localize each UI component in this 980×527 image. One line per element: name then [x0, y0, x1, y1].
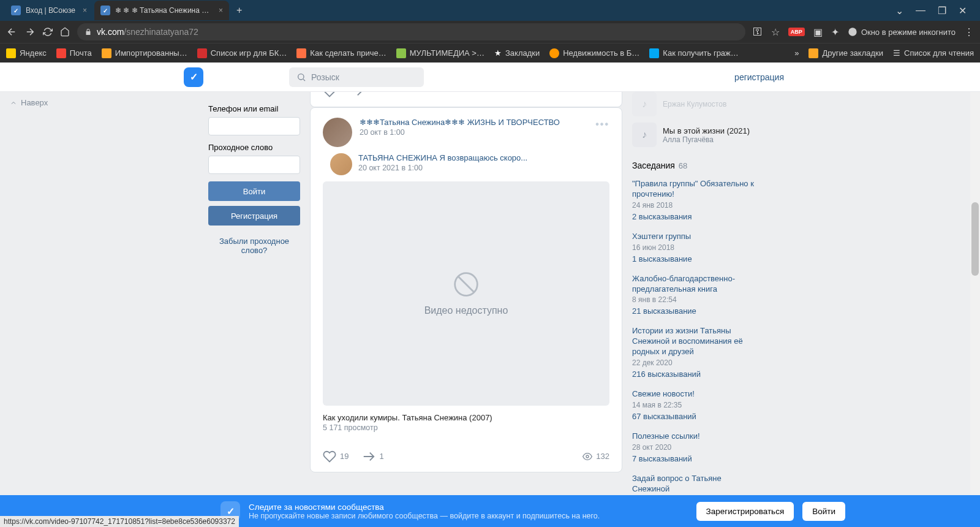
like-button[interactable]: 19 — [323, 450, 349, 463]
back-button[interactable] — [6, 26, 17, 37]
repost-author-link[interactable]: ТАТЬЯНА СНЕЖИНА Я возвращаюсь скоро... — [358, 153, 609, 162]
forward-button[interactable] — [24, 26, 36, 37]
nav-right: ⚿ ☆ ABP ▣ ✦ Окно в режиме инкогнито ⋮ — [753, 26, 974, 38]
discussion-link[interactable]: Истории из жизни Татьяны Снежиной и восп… — [632, 326, 755, 357]
scrollbar[interactable] — [970, 92, 980, 495]
discussion-link[interactable]: Свежие новости! — [632, 389, 755, 400]
menu-icon[interactable]: ⋮ — [964, 26, 974, 38]
discussion-link[interactable]: "Правила группы" Обязательно к прочтению… — [632, 179, 755, 200]
house-icon — [549, 48, 559, 58]
bookmark-item[interactable]: МУЛЬТИМЕДИА >… — [396, 48, 484, 58]
bookmark-item[interactable]: Список игр для БК… — [197, 48, 287, 58]
minimize-icon[interactable]: — — [916, 5, 925, 17]
heart-icon — [323, 450, 336, 463]
audio-item[interactable]: ♪ Ержан Кулумостов — [632, 92, 755, 116]
audio-cover-icon: ♪ — [632, 92, 657, 116]
star-icon: ★ — [494, 48, 502, 58]
discussion-replies[interactable]: 216 высказываний — [632, 370, 701, 379]
bookmark-item[interactable]: Импортированны… — [102, 48, 187, 58]
audio-cover-icon: ♪ — [632, 123, 657, 147]
close-icon[interactable]: × — [83, 6, 87, 15]
vk-logo-icon[interactable]: ✓ — [184, 67, 203, 87]
login-sidebar: Телефон или email Проходное слово Войти … — [208, 92, 300, 495]
register-button[interactable]: Регистрация — [208, 206, 300, 226]
avatar[interactable] — [330, 153, 352, 175]
discussion-date: 14 мая в 22:35 — [632, 401, 755, 409]
mail-icon — [56, 48, 66, 58]
login-input[interactable] — [208, 117, 300, 135]
games-icon — [197, 48, 207, 58]
bookmarks-overflow[interactable]: » — [794, 48, 799, 58]
view-count: 132 — [582, 452, 609, 461]
forgot-password-link[interactable]: Забыли проходное слово? — [208, 237, 300, 255]
bookmarks-bar: Яндекс Почта Импортированны… Список игр … — [0, 43, 980, 63]
discussion-date: 22 дек 2020 — [632, 358, 755, 367]
bookmark-item[interactable]: Яндекс — [6, 48, 47, 58]
share-button[interactable]: 1 — [362, 450, 383, 463]
share-icon — [362, 450, 375, 463]
bookmark-item[interactable]: Недвижимость в Б… — [549, 48, 639, 58]
discussion-item: Задай вопрос о Татьяне Снежиной — [632, 474, 755, 495]
bookmark-item[interactable]: Почта — [56, 48, 92, 58]
url-bar[interactable]: vk.com/snezhinatatyana72 — [77, 23, 745, 40]
puzzle-icon[interactable]: ✦ — [831, 26, 839, 38]
post-author-link[interactable]: ❄❄❄Татьяна Снежина❄❄❄ ЖИЗНЬ И ТВОРЧЕСТВО — [360, 118, 560, 127]
discussion-date: 24 янв 2018 — [632, 201, 755, 210]
close-window-icon[interactable]: ✕ — [959, 5, 967, 17]
scroll-to-top[interactable]: Наверх — [10, 98, 48, 107]
other-bookmarks[interactable]: Другие закладки — [809, 48, 883, 58]
discussion-item: Полезные ссылки!28 окт 20207 высказывани… — [632, 431, 755, 464]
discussion-replies[interactable]: 7 высказываний — [632, 454, 692, 463]
discussion-link[interactable]: Полезные ссылки! — [632, 431, 755, 442]
like-button[interactable] — [323, 92, 336, 98]
discussion-link[interactable]: Задай вопрос о Татьяне Снежиной — [632, 474, 755, 495]
reload-button[interactable] — [43, 27, 53, 37]
passport-icon — [649, 48, 659, 58]
close-icon[interactable]: × — [219, 6, 223, 15]
bookmark-item[interactable]: Как сделать приче… — [296, 48, 386, 58]
discussion-item: Свежие новости!14 мая в 22:3567 высказыв… — [632, 389, 755, 422]
discussion-replies[interactable]: 67 высказываний — [632, 412, 696, 421]
repost-block: ТАТЬЯНА СНЕЖИНА Я возвращаюсь скоро... 2… — [323, 153, 609, 175]
vk-favicon-icon: ✓ — [11, 6, 21, 15]
bookmark-item[interactable]: ★Закладки — [494, 48, 540, 58]
register-link[interactable]: регистрация — [734, 72, 784, 82]
audio-item[interactable]: ♪ Мы в этой жизни (2021) Алла Пугачёва — [632, 123, 755, 147]
browser-tab-active[interactable]: ✓ ❄ ❄ ❄ Татьяна Снежина ❄ ❄ ❄ × — [94, 1, 229, 20]
eye-icon — [582, 452, 592, 461]
reading-list[interactable]: ☰Список для чтения — [893, 48, 974, 58]
share-button[interactable] — [350, 92, 363, 98]
discussions-header[interactable]: Заседания 68 — [632, 161, 755, 170]
login-button[interactable]: Войти — [208, 181, 300, 201]
post-actions: 19 1 132 — [311, 447, 622, 472]
password-input[interactable] — [208, 156, 300, 174]
search-input[interactable]: Розыск — [289, 67, 424, 87]
extension-icon[interactable]: ▣ — [813, 26, 823, 38]
key-icon[interactable]: ⚿ — [753, 26, 763, 37]
browser-tab[interactable]: ✓ Вход | ВСоюзе × — [5, 1, 93, 20]
video-block[interactable]: Видео недоступно — [323, 181, 609, 406]
discussion-date: 16 июн 2018 — [632, 243, 755, 252]
home-button[interactable] — [60, 27, 70, 37]
post-menu-icon[interactable]: ••• — [595, 119, 609, 130]
video-title[interactable]: Как уходили кумиры. Татьяна Снежина (200… — [311, 406, 622, 423]
discussion-replies[interactable]: 21 высказывание — [632, 306, 696, 316]
login-label: Телефон или email — [208, 104, 300, 113]
scrollbar-thumb[interactable] — [971, 202, 979, 276]
post-card: ❄❄❄Татьяна Снежина❄❄❄ ЖИЗНЬ И ТВОРЧЕСТВО… — [310, 107, 622, 472]
arrow-down-icon[interactable]: ⌄ — [895, 5, 903, 17]
incognito-badge: Окно в режиме инкогнито — [848, 27, 956, 37]
new-tab-button[interactable]: + — [230, 5, 248, 16]
bookmark-item[interactable]: Как получить граж… — [649, 48, 738, 58]
discussion-date: 28 окт 2020 — [632, 443, 755, 452]
discussion-link[interactable]: Жалобно-благодарственно-предлагательная … — [632, 274, 755, 295]
maximize-icon[interactable]: ❐ — [938, 5, 946, 17]
star-icon[interactable]: ☆ — [771, 26, 780, 38]
abp-icon[interactable]: ABP — [788, 28, 805, 36]
discussion-replies[interactable]: 2 высказывания — [632, 212, 692, 221]
discussion-replies[interactable]: 1 высказывание — [632, 254, 692, 264]
avatar[interactable] — [323, 118, 352, 147]
discussion-link[interactable]: Хэштеги группы — [632, 232, 755, 242]
video-views: 5 171 просмотр — [311, 423, 622, 441]
right-sidebar: ♪ Ержан Кулумостов ♪ Мы в этой жизни (20… — [632, 92, 755, 495]
